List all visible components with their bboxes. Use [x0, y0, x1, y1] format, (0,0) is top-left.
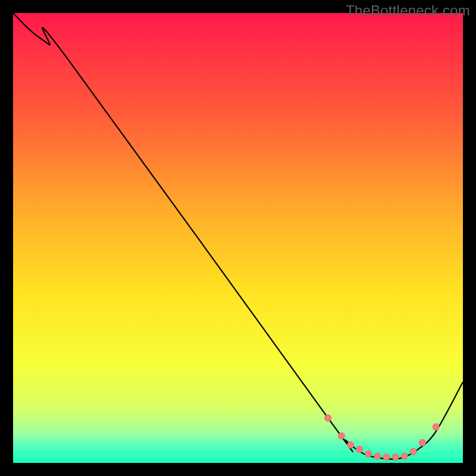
marker-dot — [410, 449, 416, 455]
plot-svg — [13, 13, 463, 463]
marker-dot — [419, 439, 425, 446]
plot-area — [13, 13, 463, 463]
marker-dot — [433, 424, 439, 430]
marker-dot — [325, 415, 331, 421]
marker-dot — [365, 450, 372, 457]
marker-dot — [383, 454, 390, 461]
chart-stage: TheBottleneck.com — [0, 0, 476, 476]
marker-dot — [392, 454, 399, 461]
marker-dot — [338, 433, 345, 439]
marker-dot — [356, 446, 363, 453]
marker-dot — [401, 453, 408, 459]
marker-dot — [347, 441, 354, 448]
gradient-background — [13, 13, 463, 463]
watermark-text: TheBottleneck.com — [346, 2, 470, 19]
marker-dot — [374, 453, 381, 459]
